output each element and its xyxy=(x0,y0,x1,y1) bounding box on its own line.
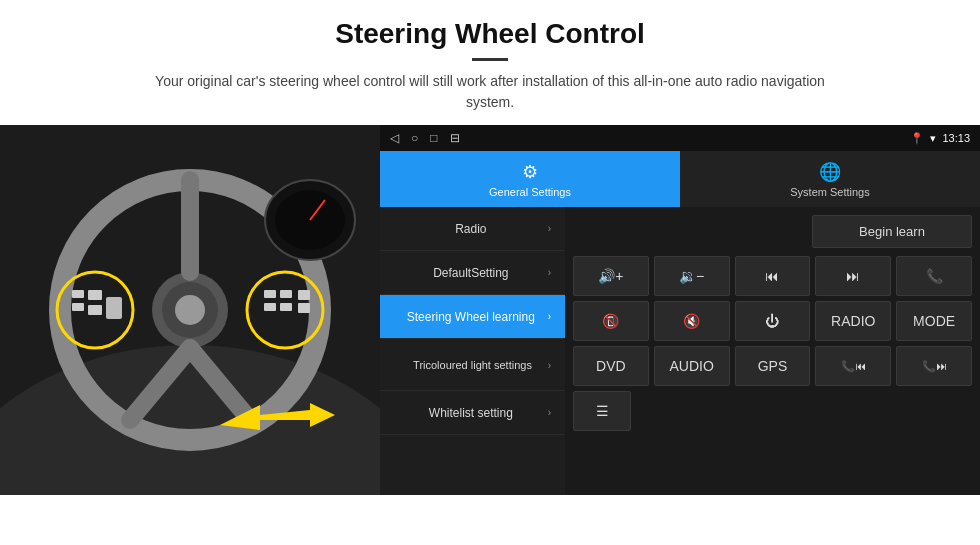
recents-icon[interactable]: □ xyxy=(430,131,437,145)
vol-down-icon: 🔉− xyxy=(679,268,704,284)
svg-rect-14 xyxy=(88,305,102,315)
hang-up-button[interactable]: 📵 xyxy=(573,301,649,341)
android-screen: ◁ ○ □ ⊟ 📍 ▾ 13:13 ⚙ General Settings 🌐 S… xyxy=(380,125,980,495)
menu-tricoloured-label: Tricoloured light settings xyxy=(413,359,532,371)
svg-rect-11 xyxy=(72,290,84,298)
mute-icon: 🔇 xyxy=(683,313,700,329)
hang-up-icon: 📵 xyxy=(602,313,619,329)
svg-rect-21 xyxy=(298,303,310,313)
tab-system-label: System Settings xyxy=(790,186,869,198)
svg-rect-17 xyxy=(264,303,276,311)
gear-icon: ⚙ xyxy=(522,161,538,183)
header-divider xyxy=(472,58,508,61)
prev-track-button[interactable]: ⏮ xyxy=(735,256,811,296)
svg-rect-12 xyxy=(72,303,84,311)
svg-rect-19 xyxy=(280,303,292,311)
chevron-icon-steering: › xyxy=(548,311,551,322)
wifi-icon: ▾ xyxy=(930,132,936,145)
page-title: Steering Wheel Control xyxy=(40,18,940,50)
tab-bar: ⚙ General Settings 🌐 System Settings xyxy=(380,151,980,207)
menu-default-label: DefaultSetting xyxy=(394,266,548,280)
status-icons: 📍 ▾ 13:13 xyxy=(910,132,970,145)
vol-up-icon: 🔊+ xyxy=(598,268,623,284)
header-subtitle: Your original car's steering wheel contr… xyxy=(130,71,850,113)
left-menu: Radio › DefaultSetting › Steering Wheel … xyxy=(380,207,565,495)
audio-label: AUDIO xyxy=(670,358,714,374)
mute-button[interactable]: 🔇 xyxy=(654,301,730,341)
begin-learn-row: Begin learn xyxy=(573,215,972,248)
dvd-label: DVD xyxy=(596,358,626,374)
home-icon[interactable]: ○ xyxy=(411,131,418,145)
svg-point-5 xyxy=(175,295,205,325)
status-bar: ◁ ○ □ ⊟ 📍 ▾ 13:13 xyxy=(380,125,980,151)
phone-answer-button[interactable]: 📞 xyxy=(896,256,972,296)
whitelist-row: ☰ xyxy=(573,391,972,431)
screenshot-icon[interactable]: ⊟ xyxy=(450,131,460,145)
radio-button[interactable]: RADIO xyxy=(815,301,891,341)
tab-general-label: General Settings xyxy=(489,186,571,198)
steering-wheel-image xyxy=(0,125,380,495)
nav-icons: ◁ ○ □ ⊟ xyxy=(390,131,460,145)
whitelist-icon-button[interactable]: ☰ xyxy=(573,391,631,431)
menu-item-steering[interactable]: Steering Wheel learning › xyxy=(380,295,565,339)
begin-learn-button[interactable]: Begin learn xyxy=(812,215,972,248)
power-button[interactable]: ⏻ xyxy=(735,301,811,341)
settings-area: Radio › DefaultSetting › Steering Wheel … xyxy=(380,207,980,495)
chevron-icon-whitelist: › xyxy=(548,407,551,418)
phone-next-button[interactable]: 📞⏭ xyxy=(896,346,972,386)
control-row-1: 🔊+ 🔉− ⏮ ⏭ 📞 xyxy=(573,256,972,296)
next-track-icon: ⏭ xyxy=(846,268,860,284)
audio-button[interactable]: AUDIO xyxy=(654,346,730,386)
globe-icon: 🌐 xyxy=(819,161,841,183)
menu-steering-label: Steering Wheel learning xyxy=(394,310,548,324)
gps-label: GPS xyxy=(758,358,788,374)
location-icon: 📍 xyxy=(910,132,924,145)
tab-system-settings[interactable]: 🌐 System Settings xyxy=(680,151,980,207)
menu-item-tricoloured[interactable]: Tricoloured light settings › xyxy=(380,339,565,391)
main-content: ◁ ○ □ ⊟ 📍 ▾ 13:13 ⚙ General Settings 🌐 S… xyxy=(0,125,980,495)
phone-answer-icon: 📞 xyxy=(926,268,943,284)
menu-whitelist-label: Whitelist setting xyxy=(394,406,548,420)
page-header: Steering Wheel Control Your original car… xyxy=(0,0,980,125)
time-display: 13:13 xyxy=(942,132,970,144)
menu-item-default[interactable]: DefaultSetting › xyxy=(380,251,565,295)
svg-rect-16 xyxy=(264,290,276,298)
whitelist-icon: ☰ xyxy=(596,403,609,419)
control-grid: 🔊+ 🔉− ⏮ ⏭ 📞 xyxy=(573,256,972,431)
tab-general-settings[interactable]: ⚙ General Settings xyxy=(380,151,680,207)
menu-radio-label: Radio xyxy=(394,222,548,236)
chevron-icon-tricoloured: › xyxy=(548,359,551,370)
right-panel: Begin learn 🔊+ 🔉− ⏮ xyxy=(565,207,980,495)
power-icon: ⏻ xyxy=(765,313,779,329)
vol-up-button[interactable]: 🔊+ xyxy=(573,256,649,296)
chevron-icon-radio: › xyxy=(548,223,551,234)
mode-label: MODE xyxy=(913,313,955,329)
back-icon[interactable]: ◁ xyxy=(390,131,399,145)
phone-next-icon: 📞⏭ xyxy=(922,360,947,373)
control-row-3: DVD AUDIO GPS 📞⏮ 📞⏭ xyxy=(573,346,972,386)
phone-prev-icon: 📞⏮ xyxy=(841,360,866,373)
prev-track-icon: ⏮ xyxy=(765,268,779,284)
menu-item-radio[interactable]: Radio › xyxy=(380,207,565,251)
svg-rect-15 xyxy=(106,297,122,319)
menu-item-whitelist[interactable]: Whitelist setting › xyxy=(380,391,565,435)
chevron-icon-default: › xyxy=(548,267,551,278)
phone-prev-button[interactable]: 📞⏮ xyxy=(815,346,891,386)
vol-down-button[interactable]: 🔉− xyxy=(654,256,730,296)
mode-button[interactable]: MODE xyxy=(896,301,972,341)
radio-label: RADIO xyxy=(831,313,875,329)
next-track-button[interactable]: ⏭ xyxy=(815,256,891,296)
svg-rect-18 xyxy=(280,290,292,298)
svg-rect-20 xyxy=(298,290,310,300)
dvd-button[interactable]: DVD xyxy=(573,346,649,386)
svg-rect-13 xyxy=(88,290,102,300)
control-row-2: 📵 🔇 ⏻ RADIO MODE xyxy=(573,301,972,341)
gps-button[interactable]: GPS xyxy=(735,346,811,386)
